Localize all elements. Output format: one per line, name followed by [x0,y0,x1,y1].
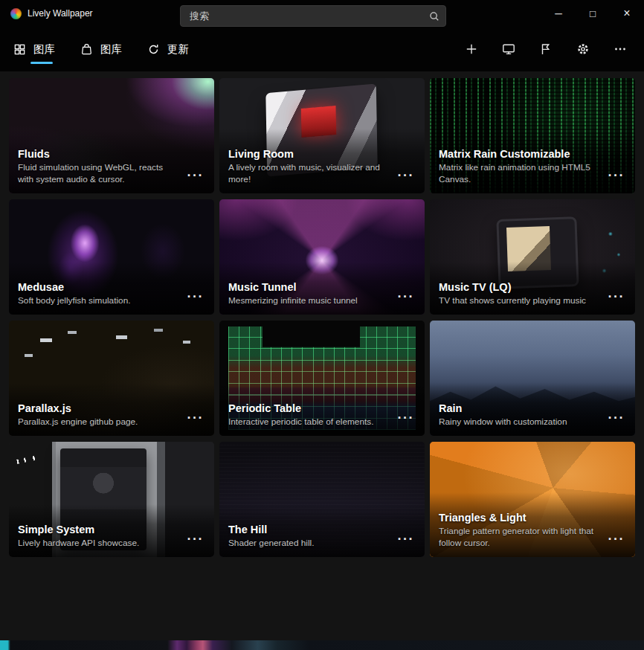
wallpaper-description: Matrix like rain animation using HTML5 C… [439,162,626,186]
tab-library[interactable]: 图库 [77,33,123,65]
toolbar-actions [457,36,634,63]
more-options-button[interactable] [606,36,634,63]
wallpaper-card-periodic-table[interactable]: Periodic Table Interactive periodic tabl… [219,321,425,436]
tab-updates[interactable]: 更新 [144,33,190,65]
card-more-button[interactable]: ··· [183,167,208,184]
wallpaper-title: Periodic Table [228,402,416,414]
wallpaper-gallery: Fluids Fluid simulation using WebGL, rea… [9,78,635,557]
wallpaper-description: TV that shows currently playing music [439,295,626,307]
wallpaper-title: Medusae [18,281,205,293]
wallpaper-card-matrix-rain[interactable]: Matrix Rain Customizable Matrix like rai… [430,78,635,193]
refresh-icon [146,42,161,57]
wallpaper-description: Mesmerizing infinite music tunnel [228,295,416,307]
tab-gallery[interactable]: 图库 [10,33,57,65]
card-more-button[interactable]: ··· [604,410,629,426]
wallpaper-card-medusae[interactable]: Medusae Soft body jellyfish simulation. … [9,199,214,315]
wallpaper-title: Parallax.js [18,402,205,414]
wallpaper-description: Fluid simulation using WebGL, reacts wit… [18,162,205,186]
wallpaper-description: A lively room with music, visualizer and… [228,162,416,186]
card-more-button[interactable]: ··· [183,289,208,305]
card-more-button[interactable]: ··· [604,167,629,184]
wallpaper-title: Music Tunnel [228,281,416,293]
search-icon[interactable] [423,6,445,26]
wallpaper-description: Triangle pattern generator with light th… [439,526,626,550]
flag-button[interactable] [532,36,559,63]
toolbar: 图库 图库 更新 [0,27,644,71]
wallpaper-title: Matrix Rain Customizable [439,148,626,160]
window-controls: ─ □ × [541,0,644,27]
wallpaper-card-triangles-light[interactable]: Triangles & Light Triangle pattern gener… [430,442,635,557]
wallpaper-card-simple-system[interactable]: Simple System Lively hardware API showca… [9,442,214,557]
card-more-button[interactable]: ··· [393,410,419,426]
content-area: Fluids Fluid simulation using WebGL, rea… [0,71,644,650]
add-wallpaper-button[interactable] [457,36,485,63]
wallpaper-title: Rain [439,402,626,414]
wallpaper-card-music-tunnel[interactable]: Music Tunnel Mesmerizing infinite music … [219,199,425,315]
wallpaper-description: Lively hardware API showcase. [18,538,205,550]
card-more-button[interactable]: ··· [183,410,208,426]
display-select-button[interactable] [495,36,522,63]
tab-strip: 图库 图库 更新 [10,33,190,65]
wallpaper-card-rain[interactable]: Rain Rainy window with customization ··· [430,321,635,436]
maximize-button[interactable]: □ [576,0,610,27]
close-button[interactable]: × [610,0,644,27]
wallpaper-title: Music TV (LQ) [439,281,626,293]
wallpaper-card-living-room[interactable]: Living Room A lively room with music, vi… [219,78,425,193]
tab-library-label: 图库 [100,42,122,57]
wallpaper-description: Rainy window with customization [439,416,626,428]
settings-gear-button[interactable] [569,36,596,63]
card-more-button[interactable]: ··· [183,531,208,547]
wallpaper-title: Fluids [18,148,205,160]
search-box[interactable] [180,5,446,27]
wallpaper-card-parallax[interactable]: Parallax.js Parallax.js engine github pa… [9,321,214,436]
wallpaper-title: Triangles & Light [439,512,626,524]
wallpaper-title: Living Room [228,148,416,160]
app-logo-icon [10,8,22,19]
minimize-button[interactable]: ─ [541,0,576,27]
search-input[interactable] [181,10,423,22]
bag-icon [79,42,94,57]
grid-icon [12,42,27,57]
card-more-button[interactable]: ··· [393,289,419,305]
desktop-background-strip [0,640,644,650]
wallpaper-card-the-hill[interactable]: The Hill Shader generated hill. ··· [219,442,425,557]
card-more-button[interactable]: ··· [393,531,419,547]
titlebar: Lively Wallpaper ─ □ × [0,0,644,27]
card-more-button[interactable]: ··· [393,167,419,184]
wallpaper-card-music-tv[interactable]: Music TV (LQ) TV that shows currently pl… [430,199,635,315]
card-more-button[interactable]: ··· [604,289,629,305]
wallpaper-description: Soft body jellyfish simulation. [18,295,205,307]
tab-gallery-label: 图库 [33,42,55,57]
wallpaper-description: Parallax.js engine github page. [18,416,205,428]
wallpaper-card-fluids[interactable]: Fluids Fluid simulation using WebGL, rea… [9,78,214,193]
app-title: Lively Wallpaper [28,8,93,19]
card-more-button[interactable]: ··· [604,531,629,547]
wallpaper-title: The Hill [228,524,416,535]
wallpaper-title: Simple System [18,524,205,535]
app-identity: Lively Wallpaper [10,0,93,27]
wallpaper-description: Interactive periodic table of elements. [228,416,416,428]
wallpaper-description: Shader generated hill. [228,538,416,550]
tab-updates-label: 更新 [167,42,189,57]
